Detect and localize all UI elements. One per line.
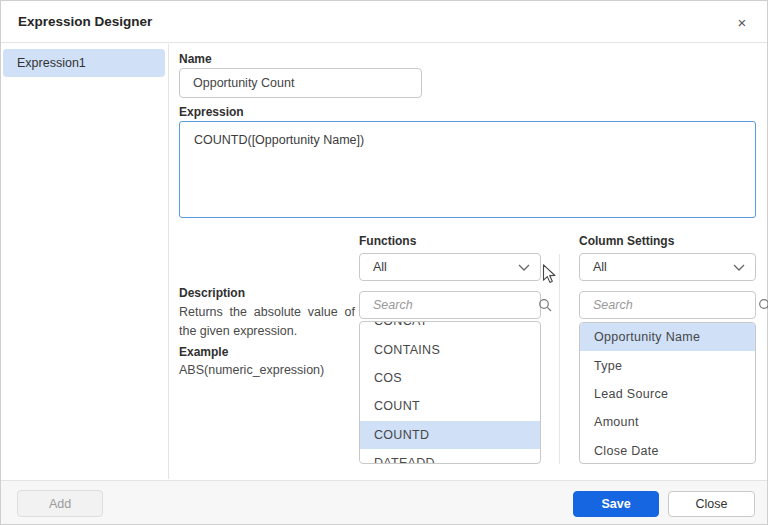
column-settings-filter-value: All [593,260,733,274]
chevron-down-icon [733,264,745,271]
column-list-item-label: Type [594,359,622,373]
close-button[interactable]: Close [668,491,755,517]
column-list-item[interactable]: Type [580,351,755,379]
functions-filter-dropdown[interactable]: All [359,253,541,281]
expression-label: Expression [179,105,244,119]
function-list-item-label: DATEADD [374,456,435,464]
column-settings-filter-dropdown[interactable]: All [579,253,756,281]
add-button[interactable]: Add [17,490,103,517]
dialog-footer: Add Save Close [1,480,767,524]
function-list-item-label: COUNT [374,399,420,413]
name-label: Name [179,52,212,66]
function-list-item[interactable]: COUNT [360,392,540,420]
expression-list-sidebar: Expression1 [1,44,169,479]
expression-designer-dialog: Expression Designer × Expression1 Name E… [0,0,768,525]
function-list-item-label: CONCAT [374,321,428,328]
column-settings-list: Opportunity Name Type Lead Source Amount… [579,322,756,464]
column-list-item[interactable]: Opportunity Name [580,323,755,351]
function-list-item[interactable]: CONCAT [360,321,540,335]
function-list-item-label: COUNTD [374,428,429,442]
name-input[interactable] [179,68,422,98]
column-settings-search-input[interactable] [580,292,758,318]
column-list-item-label: Opportunity Name [594,330,700,344]
column-list-item-label: Lead Source [594,387,668,401]
functions-filter-value: All [373,260,518,274]
column-settings-search-box [579,291,756,319]
column-list-item-label: Close Date [594,444,659,458]
dialog-titlebar: Expression Designer × [1,1,767,43]
column-list-item[interactable]: Close Date [580,437,755,464]
column-list-item[interactable]: Amount [580,408,755,436]
chevron-down-icon [518,264,530,271]
function-list-item[interactable]: CONTAINS [360,335,540,363]
search-icon [538,298,552,312]
sidebar-item-label: Expression1 [17,56,86,70]
function-list-item[interactable]: COS [360,364,540,392]
save-button[interactable]: Save [573,491,659,517]
sidebar-item-expression[interactable]: Expression1 [3,49,165,77]
description-text: Returns the absolute value of the given … [179,303,355,342]
column-list-item[interactable]: Lead Source [580,380,755,408]
function-list-item[interactable]: COUNTD [360,421,540,449]
mouse-cursor [542,264,557,285]
example-heading: Example [179,345,228,359]
description-heading: Description [179,286,245,300]
function-list-item-label: CONTAINS [374,343,440,357]
example-text: ABS(numeric_expression) [179,363,324,377]
functions-list: CONCAT CONTAINS COS COUNT COUNTD DATEADD [359,321,541,464]
close-icon[interactable]: × [731,11,753,33]
function-list-item[interactable]: DATEADD [360,449,540,464]
functions-heading: Functions [359,234,416,248]
functions-search-box [359,291,541,319]
column-settings-heading: Column Settings [579,234,674,248]
functions-search-input[interactable] [360,292,538,318]
column-list-item-label: Amount [594,415,639,429]
expression-textarea[interactable]: COUNTD([Opportunity Name]) [179,121,756,218]
column-divider [559,254,560,464]
dialog-title: Expression Designer [18,14,152,29]
search-icon [758,298,768,312]
function-list-item-label: COS [374,371,402,385]
